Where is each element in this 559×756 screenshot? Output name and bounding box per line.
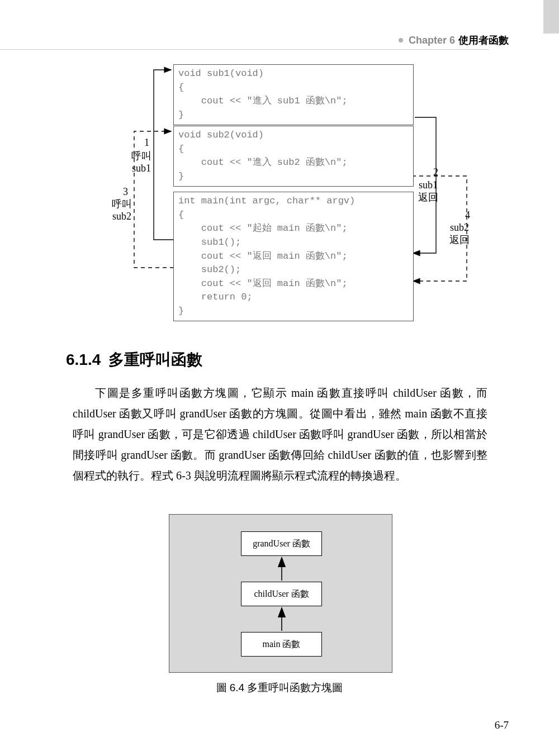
page-header: Chapter 6 使用者函數 — [399, 34, 509, 47]
section-number: 6.1.4 — [66, 351, 101, 368]
chapter-tab — [543, 0, 559, 34]
label-num-4: 4 — [465, 210, 470, 222]
label-sub2-return: sub2 返回 — [449, 222, 470, 246]
header-bullet-icon — [399, 38, 403, 42]
section-heading: 6.1.4多重呼叫函數 — [66, 349, 202, 370]
figure-caption: 圖 6.4 多重呼叫函數方塊圖 — [0, 681, 559, 695]
main-code-box: int main(int argc, char** argv) { cout <… — [173, 192, 414, 321]
label-sub1-return: sub1 返回 — [418, 179, 438, 203]
block-diagram: grandUser 函數 childUser 函數 main 函數 — [169, 514, 392, 673]
sub2-code-box: void sub2(void) { cout << "進入 sub2 函數\n"… — [173, 126, 414, 187]
childuser-box: childUser 函數 — [241, 582, 322, 606]
header-rule — [0, 49, 489, 50]
main-box: main 函數 — [241, 632, 322, 657]
chapter-title: 使用者函數 — [458, 34, 509, 47]
page-number: 6-7 — [495, 719, 509, 731]
code-flow-diagram: void sub1(void) { cout << "進入 sub1 函數\n"… — [123, 64, 492, 321]
label-call-sub2: 呼叫 sub2 — [112, 198, 132, 222]
chapter-label: Chapter 6 — [409, 35, 455, 46]
section-title: 多重呼叫函數 — [108, 351, 202, 368]
body-paragraph: 下圖是多重呼叫函數方塊圖，它顯示 main 函數直接呼叫 childUser 函… — [73, 383, 487, 486]
label-call-sub1: 呼叫 sub1 — [131, 150, 151, 174]
label-num-2: 2 — [433, 167, 438, 179]
sub1-code-box: void sub1(void) { cout << "進入 sub1 函數\n"… — [173, 64, 414, 125]
granduser-box: grandUser 函數 — [241, 531, 322, 556]
label-num-3: 3 — [123, 186, 128, 198]
label-num-1: 1 — [144, 137, 149, 149]
